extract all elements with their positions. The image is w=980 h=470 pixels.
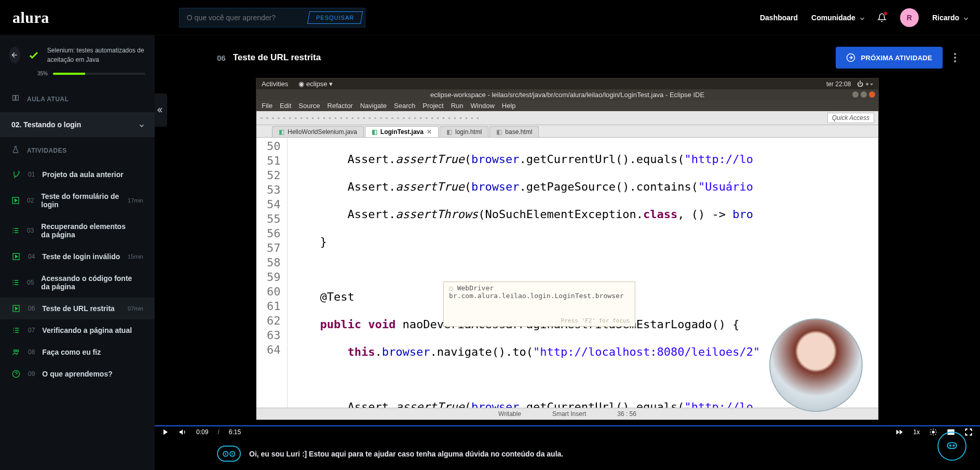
activity-item[interactable]: 03Recuperando elementos da página	[0, 216, 155, 246]
activity-item[interactable]: 06Teste de URL restrita07min	[0, 298, 155, 319]
gnome-topbar: Activities ◉ eclipse ▾ ter 22:08⏻ ◈ ▾	[256, 78, 878, 89]
list-icon	[11, 326, 21, 334]
next-button[interactable]: PRÓXIMA ATIVIDADE	[836, 47, 943, 69]
time-current: 0:09	[196, 428, 208, 436]
current-lesson[interactable]: 02. Testando o login	[0, 112, 155, 137]
speed-button[interactable]: 1x	[913, 428, 920, 436]
menu-item[interactable]: Refactor	[328, 102, 353, 110]
search-box: PESQUISAR	[179, 8, 365, 28]
editor-tab[interactable]: ◧LoginTest.java ✕	[365, 126, 439, 137]
menu-item[interactable]: Navigate	[360, 102, 387, 110]
settings-button[interactable]	[929, 428, 937, 436]
course-title: Selenium: testes automatizados de aceita…	[47, 46, 145, 64]
topbar: alura PESQUISAR Dashboard Comunidade R R…	[0, 0, 980, 35]
volume-button[interactable]	[179, 428, 187, 436]
hover-tooltip: ○ WebDriver br.com.alura.leilao.login.Lo…	[443, 281, 635, 327]
editor-tab[interactable]: ◧HelloWorldSelenium.java	[272, 126, 364, 137]
ide-titlebar: eclipse-workspace - leilao/src/test/java…	[256, 89, 878, 100]
lesson-title: Teste de URL restrita	[233, 52, 321, 63]
video-area[interactable]: Activities ◉ eclipse ▾ ter 22:08⏻ ◈ ▾ ec…	[155, 78, 980, 425]
luri-chat-button[interactable]	[937, 432, 967, 461]
menu-item[interactable]: Project	[423, 102, 443, 110]
code-editor[interactable]: 505152535455565758596061626364 Assert.as…	[256, 138, 878, 408]
play-icon	[11, 196, 20, 205]
menu-item[interactable]: Search	[394, 102, 415, 110]
time-duration: 6:15	[229, 428, 241, 436]
people-icon	[11, 348, 21, 356]
camera-overlay	[769, 318, 863, 412]
chevron-down-icon	[138, 122, 143, 127]
ide-menubar[interactable]: FileEditSourceRefactorNavigateSearchProj…	[256, 100, 878, 111]
nav-right: Dashboard Comunidade R Ricardo	[760, 8, 968, 27]
notifications-icon[interactable]	[877, 13, 887, 22]
ide-toolbar[interactable]: ▫ ▫ ▫ ▫ ▫ ▫ ▫ ▫ ▫ ▫ ▫ ▫ ▫ ▫ ▫ ▫ ▫ ▫ ▫ ▫ …	[256, 111, 878, 125]
chevron-down-icon	[962, 15, 968, 20]
progress-bar	[53, 73, 145, 75]
luri-message: Oi, eu sou Luri :] Estou aqui para te aj…	[249, 450, 563, 458]
list-icon	[11, 278, 20, 287]
back-button[interactable]	[9, 47, 20, 63]
flask-icon	[11, 145, 20, 155]
main: 06 Teste de URL restrita PRÓXIMA ATIVIDA…	[155, 35, 980, 470]
fullscreen-button[interactable]	[964, 428, 973, 436]
skip-button[interactable]	[894, 428, 904, 436]
check-icon	[28, 47, 40, 63]
notification-badge	[883, 11, 888, 16]
ide-tabs[interactable]: ◧HelloWorldSelenium.java◧LoginTest.java …	[256, 125, 878, 138]
activity-item[interactable]: 08Faça como eu fiz	[0, 341, 155, 363]
svg-point-7	[932, 431, 934, 433]
svg-point-11	[950, 445, 951, 446]
logo[interactable]: alura	[12, 9, 49, 26]
progress-pct: 35%	[37, 71, 48, 76]
activity-item[interactable]: 09O que aprendemos?	[0, 363, 155, 385]
editor-tab[interactable]: ◧login.html	[440, 126, 488, 137]
section-aula-atual: AULA ATUAL	[0, 86, 155, 112]
activity-item[interactable]: 01Projeto da aula anterior	[0, 164, 155, 185]
activity-item[interactable]: 02Teste do formulário de login17min	[0, 185, 155, 216]
video-controls: 0:09 / 6:15 1x	[155, 425, 980, 437]
luri-icon: ⊙⊙	[217, 446, 241, 462]
menu-item[interactable]: File	[262, 102, 273, 110]
ide-window: Activities ◉ eclipse ▾ ter 22:08⏻ ◈ ▾ ec…	[256, 78, 879, 420]
progress: 35%	[0, 71, 155, 86]
book-icon	[11, 94, 20, 104]
list-icon	[11, 226, 20, 235]
branch-icon	[11, 170, 21, 179]
more-menu[interactable]	[951, 50, 959, 65]
svg-point-12	[953, 445, 954, 446]
menu-item[interactable]: Edit	[280, 102, 291, 110]
question-icon	[11, 370, 21, 378]
activity-item[interactable]: 07Verificando a página atual	[0, 319, 155, 341]
ide-statusbar: Writable Smart Insert 36 : 56	[256, 408, 878, 420]
activity-item[interactable]: 04Teste de login inválido15min	[0, 246, 155, 267]
lesson-num: 06	[217, 53, 226, 62]
play-icon	[11, 304, 21, 313]
svg-point-4	[17, 350, 19, 352]
menu-item[interactable]: Help	[502, 102, 516, 110]
section-atividades: ATIVIDADES	[0, 137, 155, 164]
menu-item[interactable]: Run	[451, 102, 464, 110]
menu-item[interactable]: Window	[471, 102, 495, 110]
luri-banner[interactable]: ⊙⊙ Oi, eu sou Luri :] Estou aqui para te…	[155, 437, 980, 470]
sidebar: Selenium: testes automatizados de aceita…	[0, 35, 155, 470]
gutter: 505152535455565758596061626364	[256, 138, 288, 408]
search-input[interactable]	[187, 14, 301, 22]
lesson-header: 06 Teste de URL restrita PRÓXIMA ATIVIDA…	[155, 35, 980, 78]
nav-dashboard[interactable]: Dashboard	[760, 14, 798, 22]
svg-rect-10	[947, 443, 956, 449]
editor-tab[interactable]: ◧base.html	[489, 126, 539, 137]
user-menu[interactable]: Ricardo	[932, 14, 968, 22]
play-button[interactable]	[162, 428, 169, 436]
avatar[interactable]: R	[900, 8, 919, 27]
search-button[interactable]: PESQUISAR	[307, 11, 363, 24]
menu-item[interactable]: Source	[298, 102, 320, 110]
chevron-down-icon	[859, 15, 864, 20]
nav-comunidade[interactable]: Comunidade	[811, 14, 864, 22]
svg-point-3	[13, 350, 16, 352]
play-icon	[11, 252, 21, 261]
activity-item[interactable]: 05Acessando o código fonte da página	[0, 267, 155, 298]
window-controls[interactable]	[852, 91, 875, 98]
quick-access[interactable]: Quick Access	[827, 113, 874, 123]
shell: Selenium: testes automatizados de aceita…	[0, 35, 980, 470]
course-header: Selenium: testes automatizados de aceita…	[0, 35, 155, 71]
